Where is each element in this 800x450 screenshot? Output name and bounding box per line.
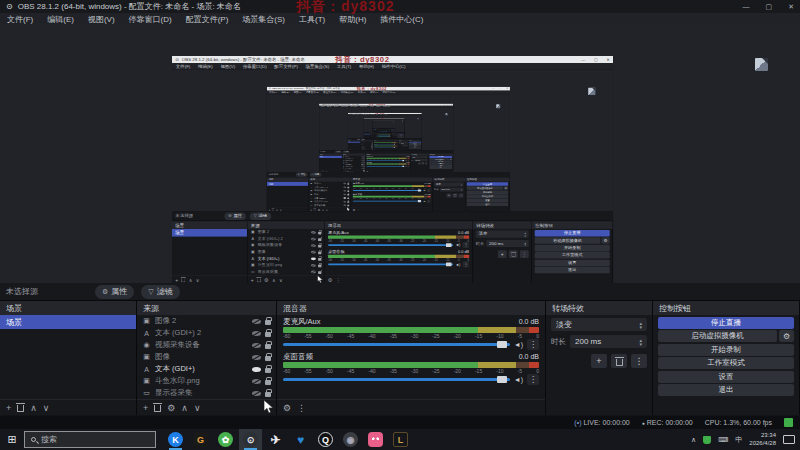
remove-scene-button[interactable] — [17, 405, 24, 412]
speaker-icon[interactable]: ◄) — [423, 200, 426, 202]
preview-canvas[interactable]: ⊙ OBS 28.1.2 (64-bit, windows) - 配置文件: 未… — [267, 94, 510, 172]
scene-list-item[interactable]: 场景 — [319, 156, 342, 158]
start-recording-button[interactable]: 开始录制 — [535, 245, 610, 252]
channel-menu-button[interactable]: ⋮ — [463, 261, 470, 267]
source-row[interactable]: ▣ 图像 2 — [137, 315, 276, 327]
channel-menu-button[interactable]: ⋮ — [463, 242, 470, 248]
lock-icon[interactable] — [347, 205, 349, 207]
app-cam-icon[interactable]: ◉ — [339, 429, 362, 450]
transition-select[interactable]: 淡变 ▴▾ — [476, 231, 529, 238]
visibility-toggle-icon[interactable] — [311, 250, 316, 254]
virtual-camera-settings-button[interactable]: ⚙ — [504, 186, 509, 190]
lock-icon[interactable] — [265, 380, 271, 385]
start-recording-button[interactable]: 开始录制 — [467, 190, 508, 194]
minimize-button[interactable]: — — [743, 3, 750, 11]
menu-profile[interactable]: 配置文件(P) — [271, 63, 302, 69]
visibility-toggle-icon[interactable] — [343, 182, 346, 184]
add-source-button[interactable]: + — [143, 400, 148, 416]
remove-source-button[interactable] — [154, 405, 161, 412]
visibility-toggle-icon[interactable] — [311, 243, 316, 247]
app-plane-icon[interactable]: ✈ — [264, 429, 287, 450]
menu-edit[interactable]: 编辑(E) — [40, 14, 81, 25]
speaker-icon[interactable]: ◄) — [514, 376, 523, 383]
menu-docks[interactable]: 停靠窗口(D) — [122, 14, 179, 25]
add-transition-button[interactable]: + — [418, 162, 421, 164]
mixer-menu-button[interactable]: ⋮ — [297, 400, 306, 416]
visibility-toggle-icon[interactable] — [252, 318, 261, 325]
volume-slider[interactable] — [353, 190, 422, 191]
lock-icon[interactable] — [318, 271, 321, 274]
minimize-button[interactable]: — — [581, 57, 585, 61]
scene-list-item[interactable]: 场景 — [348, 141, 361, 142]
lock-icon[interactable] — [318, 245, 321, 248]
source-row[interactable]: ▣ 图像 — [137, 351, 276, 363]
visibility-toggle-icon[interactable] — [252, 378, 261, 385]
settings-button[interactable]: 设置 — [658, 371, 794, 383]
scene-up-button[interactable]: ∧ — [30, 400, 37, 416]
add-scene-button[interactable]: + — [6, 400, 11, 416]
visibility-toggle-icon[interactable] — [311, 230, 316, 234]
transition-menu-button[interactable]: ⋮ — [425, 162, 428, 164]
app-heart-icon[interactable]: ♥ — [289, 429, 312, 450]
tray-expand-icon[interactable]: ∧ — [691, 436, 696, 444]
exit-button[interactable]: 退出 — [658, 384, 794, 396]
desktop-shortcut-icon[interactable] — [588, 88, 595, 95]
menu-scene-collection[interactable]: 场景集合(S) — [235, 14, 292, 25]
start-virtual-camera-button[interactable]: 启动虚拟摄像机 — [535, 237, 601, 244]
volume-slider-handle[interactable] — [418, 189, 421, 191]
preview-canvas[interactable] — [373, 121, 395, 128]
app-l-icon[interactable]: L — [389, 429, 412, 450]
lock-icon[interactable] — [347, 183, 349, 185]
source-row[interactable]: ▭ 显示器采集 — [137, 387, 276, 399]
remove-transition-button[interactable] — [421, 162, 424, 164]
channel-menu-button[interactable]: ⋮ — [407, 165, 409, 167]
speaker-icon[interactable]: ◄) — [514, 341, 523, 348]
studio-mode-button[interactable]: 工作室模式 — [658, 357, 794, 369]
desktop-shortcut-icon[interactable] — [755, 58, 768, 71]
menu-file[interactable]: 文件(F) — [172, 63, 194, 69]
scene-down-button[interactable]: ∨ — [43, 400, 50, 416]
volume-slider-handle[interactable] — [418, 200, 421, 202]
visibility-toggle-icon[interactable] — [343, 200, 346, 202]
exit-button[interactable]: 退出 — [429, 167, 452, 169]
volume-slider-handle[interactable] — [402, 166, 404, 167]
stop-streaming-button[interactable]: 停止直播 — [658, 317, 794, 329]
properties-button[interactable]: ⚙ 属性 — [95, 285, 134, 299]
lock-icon[interactable] — [318, 258, 321, 261]
app-green-icon[interactable]: ✿ — [214, 429, 237, 450]
lock-icon[interactable] — [318, 265, 321, 268]
menu-file[interactable]: 文件(F) — [0, 14, 40, 25]
desktop-shortcut-icon[interactable] — [402, 121, 403, 122]
properties-button[interactable]: ⚙ 属性 — [296, 172, 308, 176]
visibility-toggle-icon[interactable] — [343, 190, 346, 192]
minimize-button[interactable]: — — [492, 87, 494, 89]
visibility-toggle-icon[interactable] — [311, 237, 316, 241]
desktop-shortcut-icon[interactable] — [418, 118, 419, 119]
source-row[interactable]: ▣ 图像 — [248, 249, 325, 256]
keyboard-tray-icon[interactable]: ⌨ — [718, 436, 728, 444]
start-button[interactable]: ⊞ — [0, 433, 24, 446]
source-row[interactable]: A 文本 (GDI+) — [137, 363, 276, 375]
preview-canvas[interactable]: ⊙ OBS 28.1.2 (64-bit, windows) - 配置文件: 未… — [364, 119, 405, 132]
start-virtual-camera-button[interactable]: 启动虚拟摄像机 — [467, 186, 503, 190]
transition-menu-button[interactable]: ⋮ — [459, 193, 464, 197]
scene-list-item[interactable]: 场景 — [0, 315, 136, 329]
filters-button[interactable]: ▽ 滤镜 — [310, 172, 322, 176]
volume-slider-handle[interactable] — [446, 243, 452, 247]
channel-menu-button[interactable]: ⋮ — [527, 374, 539, 385]
preview-canvas[interactable]: ⊙ OBS 28.1.2 (64-bit, windows) - 配置文件: 未… — [172, 70, 613, 212]
virtual-camera-settings-button[interactable]: ⚙ — [420, 143, 421, 144]
lock-icon[interactable] — [347, 198, 349, 200]
volume-slider[interactable] — [283, 343, 510, 346]
volume-slider[interactable] — [328, 263, 453, 265]
duration-spinbox[interactable]: 200 ms ▴▾ — [570, 335, 647, 348]
virtual-camera-settings-button[interactable]: ⚙ — [601, 237, 609, 244]
taskbar-search-input[interactable]: 搜索 — [24, 431, 156, 448]
channel-menu-button[interactable]: ⋮ — [427, 199, 431, 202]
remove-scene-button[interactable] — [182, 278, 186, 282]
security-tray-icon[interactable] — [703, 436, 711, 444]
app-obs-icon[interactable]: ⊙ — [239, 429, 262, 450]
visibility-toggle-icon[interactable] — [252, 366, 261, 373]
remove-transition-button[interactable] — [509, 250, 518, 258]
visibility-toggle-icon[interactable] — [252, 390, 261, 397]
